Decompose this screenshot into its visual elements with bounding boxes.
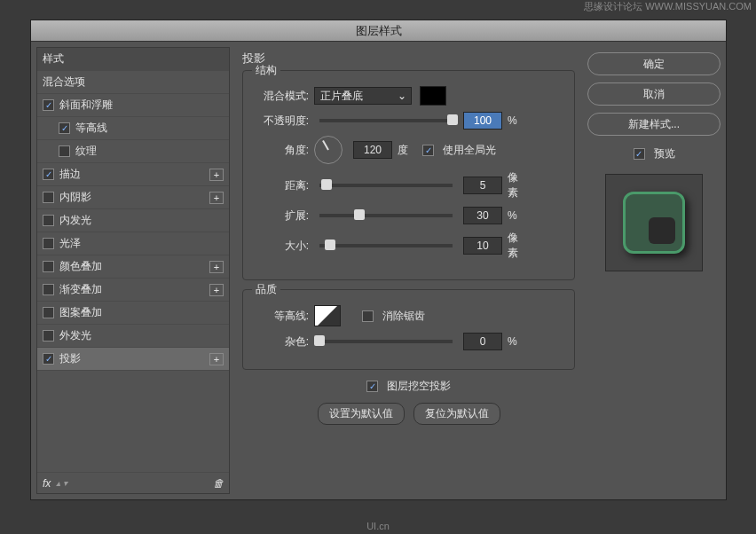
opacity-label: 不透明度: (254, 114, 309, 129)
sidebar-item-纹理[interactable]: 纹理 (37, 140, 229, 163)
fx-label[interactable]: fx (43, 477, 51, 490)
style-checkbox[interactable] (43, 238, 54, 249)
style-label: 颜色叠加 (59, 259, 102, 274)
footer-logo: UI.cn (366, 521, 390, 531)
distance-slider[interactable] (319, 184, 453, 187)
dialog-title: 图层样式 (31, 20, 726, 42)
global-light-checkbox[interactable] (422, 145, 434, 156)
sidebar-item-投影[interactable]: 投影+ (37, 348, 229, 371)
distance-input[interactable]: 5 (463, 177, 502, 194)
style-checkbox[interactable] (43, 99, 54, 111)
quality-legend: 品质 (252, 282, 280, 297)
spread-input[interactable]: 30 (463, 207, 502, 224)
knockout-checkbox[interactable] (366, 381, 378, 392)
add-effect-icon[interactable]: + (209, 261, 224, 273)
blend-mode-select[interactable]: 正片叠底 (314, 87, 412, 105)
add-effect-icon[interactable]: + (209, 192, 224, 204)
style-checkbox[interactable] (43, 215, 54, 226)
style-checkbox[interactable] (43, 353, 54, 365)
reset-default-button[interactable]: 复位为默认值 (413, 403, 500, 425)
style-label: 纹理 (75, 144, 97, 159)
structure-legend: 结构 (252, 63, 280, 78)
sidebar-item-内阴影[interactable]: 内阴影+ (37, 186, 229, 209)
size-unit: 像素 (508, 231, 527, 261)
preview-checkbox[interactable] (634, 148, 645, 160)
shadow-color-swatch[interactable] (420, 86, 446, 106)
size-slider[interactable] (319, 244, 453, 247)
sidebar-item-颜色叠加[interactable]: 颜色叠加+ (37, 255, 229, 279)
add-effect-icon[interactable]: + (209, 169, 224, 181)
style-checkbox[interactable] (43, 330, 54, 342)
antialias-label: 消除锯齿 (382, 309, 425, 324)
style-label: 等高线 (75, 121, 107, 136)
sidebar-item-描边[interactable]: 描边+ (37, 163, 229, 186)
style-label: 投影 (59, 351, 81, 366)
right-panel: 确定 取消 新建样式... 预览 (587, 47, 721, 494)
contour-picker[interactable] (314, 305, 341, 326)
fx-arrows-icon[interactable]: ▴ ▾ (56, 478, 67, 488)
style-checkbox[interactable] (43, 307, 54, 318)
style-label: 外发光 (59, 328, 91, 343)
global-light-label: 使用全局光 (443, 143, 496, 158)
set-default-button[interactable]: 设置为默认值 (318, 403, 405, 425)
noise-unit: % (508, 335, 527, 348)
style-label: 光泽 (59, 236, 81, 251)
opacity-input[interactable]: 100 (463, 112, 502, 130)
style-checkbox[interactable] (43, 284, 54, 295)
noise-label: 杂色: (254, 334, 309, 349)
style-checkbox[interactable] (43, 261, 54, 272)
style-label: 内发光 (59, 213, 91, 228)
size-input[interactable]: 10 (463, 237, 502, 255)
structure-fieldset: 结构 混合模式: 正片叠底 不透明度: 100 % 角度: 120 度 (242, 70, 575, 280)
angle-label: 角度: (254, 143, 309, 158)
contour-label: 等高线: (254, 309, 309, 324)
style-checkbox[interactable] (43, 169, 54, 180)
ok-button[interactable]: 确定 (587, 52, 721, 75)
cancel-button[interactable]: 取消 (587, 82, 721, 106)
sidebar-blend-options[interactable]: 混合选项 (37, 71, 229, 94)
styles-sidebar: 样式 混合选项 斜面和浮雕等高线纹理描边+内阴影+内发光光泽颜色叠加+渐变叠加+… (36, 47, 230, 494)
angle-dial[interactable] (314, 136, 343, 164)
style-label: 渐变叠加 (59, 282, 102, 297)
quality-fieldset: 品质 等高线: 消除锯齿 杂色: 0 % (242, 289, 575, 370)
style-checkbox[interactable] (59, 145, 70, 157)
style-checkbox[interactable] (59, 122, 70, 134)
watermark: 思缘设计论坛 WWW.MISSYUAN.COM (584, 0, 752, 13)
sidebar-item-内发光[interactable]: 内发光 (37, 209, 229, 232)
sidebar-item-等高线[interactable]: 等高线 (37, 117, 229, 140)
sidebar-item-光泽[interactable]: 光泽 (37, 232, 229, 255)
knockout-label: 图层挖空投影 (387, 379, 451, 394)
sidebar-item-图案叠加[interactable]: 图案叠加 (37, 302, 229, 325)
opacity-unit: % (508, 114, 527, 127)
add-effect-icon[interactable]: + (209, 353, 224, 365)
noise-input[interactable]: 0 (463, 333, 502, 350)
blend-mode-label: 混合模式: (254, 89, 309, 104)
add-effect-icon[interactable]: + (209, 284, 224, 296)
style-label: 描边 (59, 167, 81, 182)
section-title: 投影 (242, 51, 575, 67)
style-label: 斜面和浮雕 (59, 98, 113, 113)
sidebar-header[interactable]: 样式 (37, 48, 229, 71)
antialias-checkbox[interactable] (362, 310, 374, 322)
size-label: 大小: (254, 239, 309, 254)
style-checkbox[interactable] (43, 192, 54, 203)
style-label: 图案叠加 (59, 305, 102, 320)
angle-input[interactable]: 120 (353, 141, 392, 159)
main-panel: 投影 结构 混合模式: 正片叠底 不透明度: 100 % 角度: 120 (235, 47, 582, 494)
preview-area (605, 174, 703, 271)
opacity-slider[interactable] (319, 119, 453, 122)
distance-label: 距离: (254, 178, 309, 193)
spread-label: 扩展: (254, 208, 309, 224)
spread-slider[interactable] (319, 214, 453, 217)
sidebar-item-外发光[interactable]: 外发光 (37, 325, 229, 348)
preview-label: 预览 (654, 146, 675, 161)
preview-thumbnail (623, 192, 685, 254)
sidebar-item-渐变叠加[interactable]: 渐变叠加+ (37, 279, 229, 302)
dialog-window: 图层样式 样式 混合选项 斜面和浮雕等高线纹理描边+内阴影+内发光光泽颜色叠加+… (30, 20, 727, 500)
noise-slider[interactable] (319, 340, 453, 343)
new-style-button[interactable]: 新建样式... (587, 113, 721, 136)
sidebar-item-斜面和浮雕[interactable]: 斜面和浮雕 (37, 94, 229, 117)
trash-icon[interactable]: 🗑 (213, 477, 224, 490)
angle-unit: 度 (398, 143, 417, 158)
style-label: 内阴影 (59, 190, 91, 205)
